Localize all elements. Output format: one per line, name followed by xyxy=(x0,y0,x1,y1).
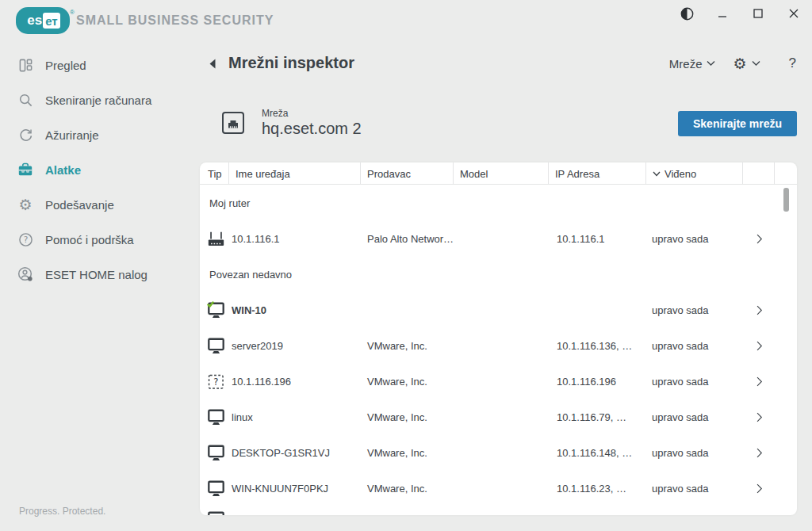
current-network: Mreža hq.eset.com 2 Skenirajte mrežu xyxy=(200,108,812,143)
device-ip: 10.1.116.23, … xyxy=(549,483,646,495)
device-last-seen: upravo sada xyxy=(646,411,743,423)
search-icon xyxy=(17,92,33,108)
device-vendor: Palo Alto Networ… xyxy=(361,233,454,245)
device-vendor: VMware, Inc. xyxy=(361,340,454,352)
device-name: server2019 xyxy=(229,340,361,352)
settings-dropdown[interactable]: ⚙ xyxy=(733,56,760,71)
column-header-ime-uredjaja[interactable]: Ime uređaja xyxy=(229,162,361,185)
device-name: WIN-KNUUN7F0PKJ xyxy=(229,483,361,495)
device-vendor: VMware, Inc. xyxy=(361,376,454,388)
device-vendor: VMware, Inc. xyxy=(361,411,454,423)
chevron-right-icon[interactable] xyxy=(743,411,775,424)
page-header: Mrežni inspektor Mreže ⚙ ? xyxy=(200,48,812,82)
chevron-right-icon[interactable] xyxy=(743,446,775,460)
device-row[interactable]: linux VMware, Inc. 10.1.116.79, … upravo… xyxy=(200,399,797,435)
section-label: Povezan nedavno xyxy=(200,257,797,292)
device-row[interactable]: server2019 VMware, Inc. 10.1.116.136, … … xyxy=(200,328,797,364)
device-last-seen: upravo sada xyxy=(646,304,743,316)
gear-icon: ⚙ xyxy=(733,56,746,71)
sidebar-item-label: Alatke xyxy=(45,163,81,177)
svg-text:?: ? xyxy=(213,376,218,388)
network-name: hq.eset.com 2 xyxy=(262,120,362,138)
device-ip: 10.1.116.136, … xyxy=(549,340,646,352)
sidebar-item-skeniranje[interactable]: Skeniranje računara xyxy=(0,82,200,117)
contrast-icon[interactable] xyxy=(680,6,694,21)
column-header-vidjeno[interactable]: Viđeno xyxy=(646,162,743,185)
header-controls: Mreže ⚙ ? xyxy=(669,55,796,71)
device-name: WIN-10 xyxy=(229,304,361,316)
column-header-tip[interactable]: Tip xyxy=(200,162,229,185)
monitor-icon xyxy=(200,408,229,426)
account-icon xyxy=(17,266,33,282)
device-row[interactable]: WIN-10 upravo sada xyxy=(200,292,797,328)
sidebar-item-eset-home[interactable]: ESET HOME nalog xyxy=(0,257,200,292)
column-header-ip-adresa[interactable]: IP Adresa xyxy=(549,162,646,185)
gear-icon: ⚙ xyxy=(17,197,33,212)
logo-text-es: es xyxy=(25,13,42,29)
device-row[interactable]: WIN-KNUUN7F0PKJ VMware, Inc. 10.1.116.23… xyxy=(200,471,797,506)
logo-text-et: ет xyxy=(43,13,60,29)
registered-mark: ® xyxy=(70,9,75,16)
sidebar-item-label: Pregled xyxy=(45,59,86,72)
title-bar: es ет ® SMALL BUSINESS SECURITY xyxy=(0,0,812,44)
column-header-model[interactable]: Model xyxy=(454,162,549,185)
device-row[interactable]: ? 10.1.116.196 VMware, Inc. 10.1.116.196… xyxy=(200,364,797,399)
chevron-right-icon[interactable] xyxy=(743,375,775,388)
monitor-icon xyxy=(200,337,229,355)
help-icon: ? xyxy=(17,231,33,247)
chevron-right-icon[interactable] xyxy=(743,482,775,495)
sort-direction-icon xyxy=(653,171,661,177)
chevron-right-icon[interactable] xyxy=(743,232,775,246)
sidebar-nav: Pregled Skeniranje računara Ažuriranje A… xyxy=(0,48,200,292)
device-row[interactable]: DESKTOP-G1SR1VJ VMware, Inc. 10.1.116.14… xyxy=(200,435,797,471)
help-button[interactable]: ? xyxy=(789,55,796,71)
device-last-seen: upravo sada xyxy=(646,447,743,459)
product-name: SMALL BUSINESS SECURITY xyxy=(76,13,274,28)
chevron-down-icon xyxy=(707,60,715,67)
close-icon[interactable] xyxy=(787,6,801,21)
window-controls xyxy=(680,6,801,21)
router-icon xyxy=(200,230,229,248)
vertical-scrollbar-thumb[interactable] xyxy=(783,188,789,212)
sidebar-item-label: Podešavanje xyxy=(45,198,114,212)
device-ip: 10.1.116.1 xyxy=(549,233,646,245)
device-vendor: VMware, Inc. xyxy=(361,483,454,495)
monitor-icon xyxy=(200,479,229,498)
svg-text:?: ? xyxy=(23,235,28,244)
device-name: linux xyxy=(229,411,361,423)
sidebar-item-alatke[interactable]: Alatke xyxy=(0,152,200,187)
scan-network-button[interactable]: Skenirajte mrežu xyxy=(678,111,797,136)
unknown-device-icon: ? xyxy=(200,372,229,391)
sidebar-item-pomoc[interactable]: ? Pomoć i podrška xyxy=(0,222,200,257)
toolbox-icon xyxy=(17,162,33,178)
network-field-label: Mreža xyxy=(262,108,288,119)
column-header-actions xyxy=(743,162,775,185)
sidebar-item-pregled[interactable]: Pregled xyxy=(0,48,200,82)
device-row[interactable]: 10.1.116.1 Palo Alto Networ… 10.1.116.1 … xyxy=(200,221,797,257)
brand-tagline: Progress. Protected. xyxy=(19,506,105,517)
device-last-seen: upravo sada xyxy=(646,233,743,245)
chevron-right-icon[interactable] xyxy=(743,304,775,317)
chevron-down-icon xyxy=(752,60,760,67)
back-icon[interactable] xyxy=(208,58,219,71)
overview-icon xyxy=(17,57,33,73)
sidebar-item-podesavanje[interactable]: ⚙ Podešavanje xyxy=(0,187,200,222)
section-label: Moj ruter xyxy=(200,185,797,221)
networks-dropdown-label: Mreže xyxy=(669,57,703,71)
sidebar-item-label: Ažuriranje xyxy=(45,128,99,142)
column-header-prodavac[interactable]: Prodavac xyxy=(361,162,454,185)
table-header-row: Tip Ime uređaja Prodavac Model IP Adresa… xyxy=(200,162,797,185)
device-ip: 10.1.116.196 xyxy=(549,376,646,388)
minimize-icon[interactable] xyxy=(715,6,730,21)
device-last-seen: upravo sada xyxy=(646,376,743,388)
page-title: Mrežni inspektor xyxy=(228,54,354,72)
sidebar-item-azuriranje[interactable]: Ažuriranje xyxy=(0,117,200,152)
device-last-seen: upravo sada xyxy=(646,483,743,495)
networks-dropdown[interactable]: Mreže xyxy=(669,57,716,71)
device-name: 10.1.116.196 xyxy=(229,376,361,388)
eset-logo-badge: es ет xyxy=(17,9,68,32)
chevron-right-icon[interactable] xyxy=(743,339,775,353)
device-vendor: VMware, Inc. xyxy=(361,447,454,459)
maximize-icon[interactable] xyxy=(751,6,765,21)
ethernet-icon xyxy=(220,110,246,136)
